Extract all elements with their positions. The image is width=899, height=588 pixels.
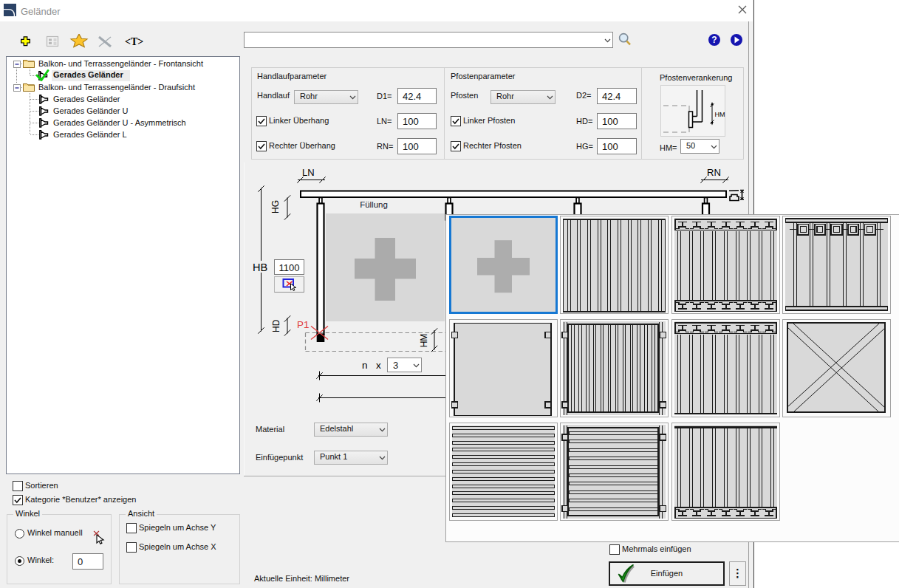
svg-text:HM: HM	[715, 111, 725, 118]
svg-text:Füllung: Füllung	[360, 200, 388, 209]
svg-text:x: x	[376, 360, 381, 371]
svg-text:HD: HD	[271, 319, 281, 332]
svg-text:HB: HB	[253, 261, 267, 273]
svg-text:P1: P1	[297, 319, 310, 330]
svg-text:HG: HG	[270, 200, 281, 213]
svg-text:LN: LN	[302, 167, 315, 178]
svg-text:n: n	[362, 360, 368, 371]
svg-text:RN: RN	[707, 167, 721, 178]
svg-text:?: ?	[711, 35, 717, 45]
svg-text:HM: HM	[419, 334, 429, 348]
